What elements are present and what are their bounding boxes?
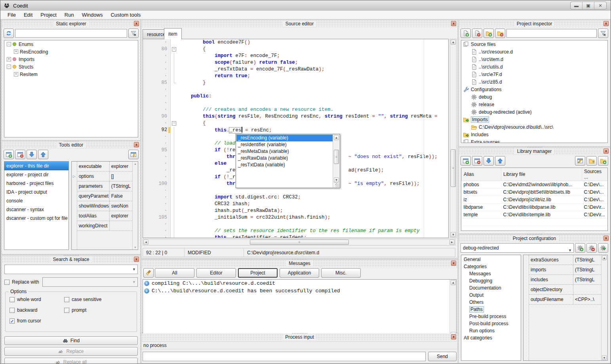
project-tree-item[interactable]: ..\src\item.d — [461, 55, 607, 63]
project-tree-item[interactable]: ..\src\e7F.d — [461, 71, 607, 78]
filter-editor[interactable]: Editor — [196, 268, 236, 278]
fold-gutter[interactable]: − — [171, 46, 177, 53]
property-row[interactable]: objectDirectory — [529, 285, 601, 295]
library-row[interactable]: phobosC:\Dev\dmd2\windows\lib\phob...C:\… — [462, 181, 608, 189]
lib-from-project-button[interactable]: ? — [586, 156, 597, 166]
maximize-button[interactable]: ▣ — [582, 2, 594, 9]
property-row[interactable]: includes(TStringL — [529, 275, 601, 285]
close-panel-button[interactable]: x — [134, 21, 139, 26]
filter-clear-button[interactable] — [128, 29, 139, 38]
close-panel-button[interactable]: x — [603, 21, 609, 26]
scroll-down-icon[interactable]: ▼ — [602, 355, 607, 360]
fold-gutter[interactable] — [171, 93, 177, 100]
close-panel-button[interactable]: x — [134, 142, 139, 147]
filter-all[interactable]: All — [155, 268, 194, 278]
tools-list-item[interactable]: harbored - project files — [4, 179, 69, 188]
splitter-handle[interactable] — [459, 233, 610, 235]
close-panel-button[interactable]: x — [451, 261, 456, 266]
category-tree[interactable]: GeneralCategoriesMessagesDebuggingDocume… — [461, 255, 521, 361]
completion-scrollbar[interactable]: ▲▼≡ — [333, 135, 339, 187]
lib-from-folder-button[interactable] — [598, 156, 608, 166]
messages-scrollbar[interactable]: ▲▼ — [449, 280, 456, 337]
category-item[interactable]: Debugging — [461, 277, 521, 284]
fold-gutter[interactable] — [171, 214, 177, 221]
fold-gutter[interactable] — [171, 39, 177, 46]
menu-item-project[interactable]: Project — [36, 11, 60, 19]
tools-list-item[interactable]: dscanner - syntax — [4, 205, 69, 214]
grid-scrollbar[interactable]: ▲▼ — [601, 255, 607, 360]
category-item[interactable]: General — [461, 256, 521, 263]
category-item[interactable]: Run options — [461, 327, 521, 334]
project-tree-item[interactable]: debug-redirected (active) — [461, 108, 607, 116]
menu-item-file[interactable]: File — [4, 11, 20, 19]
expand-icon[interactable]: + — [14, 72, 18, 76]
scroll-thumb[interactable]: ≡ — [250, 240, 349, 245]
library-row[interactable]: bitsetsC:\Dev\dproj\bitSet\lib\bitsets.l… — [462, 189, 608, 196]
fold-gutter[interactable] — [171, 221, 177, 228]
project-tree[interactable]: Source files..\src\resource.d..\src\item… — [461, 40, 608, 143]
fold-gutter[interactable] — [171, 194, 177, 201]
column-header[interactable]: Library file — [501, 168, 582, 181]
file-remove-button[interactable] — [472, 29, 482, 38]
option-from-cursor[interactable]: ✓from cursor — [10, 318, 41, 324]
replace-with-combo[interactable]: ▼ — [42, 277, 138, 287]
splitter-handle[interactable] — [142, 332, 457, 334]
scroll-up-icon[interactable]: ▲ — [451, 280, 456, 285]
column-header[interactable]: Alias — [462, 168, 501, 181]
editor-hscrollbar[interactable]: ◄►≡ — [143, 239, 455, 246]
category-item[interactable]: Others — [461, 299, 521, 306]
grid-scrollbar[interactable]: ▲▼ — [132, 162, 138, 250]
category-item[interactable]: Categories — [461, 263, 521, 270]
menu-item-windows[interactable]: Windows — [78, 11, 107, 19]
category-item[interactable]: Output — [461, 292, 521, 299]
property-row[interactable]: toolAliasexplorer — [77, 211, 132, 221]
collapse-icon[interactable]: - — [7, 42, 11, 46]
fold-gutter[interactable]: − — [171, 120, 177, 127]
filter-misc[interactable]: Misc. — [321, 268, 361, 278]
completion-item[interactable]: _resRawData (variable) — [236, 155, 333, 162]
property-row[interactable]: showWindowsswoNon — [77, 201, 132, 211]
splitter-handle[interactable] — [2, 140, 140, 142]
symbol-filter-input[interactable] — [15, 29, 127, 38]
fold-gutter[interactable] — [171, 113, 177, 120]
minimize-button[interactable]: ▬ — [571, 2, 582, 9]
close-panel-button[interactable]: x — [134, 257, 139, 262]
project-tree-item[interactable]: Extra sources — [461, 138, 607, 143]
process-input-field[interactable] — [143, 352, 426, 361]
close-panel-button[interactable]: x — [451, 334, 456, 339]
tab-item[interactable]: item — [164, 28, 182, 39]
fold-gutter[interactable] — [171, 86, 177, 93]
config-add-button[interactable] — [575, 243, 585, 253]
run-tool-button[interactable] — [128, 150, 139, 159]
option-whole-word[interactable]: whole word — [10, 297, 41, 302]
folder-remove-button[interactable] — [495, 29, 505, 38]
scroll-down-icon[interactable]: ▼ — [451, 232, 456, 237]
project-tree-item[interactable]: ..\src\z85.d — [461, 78, 607, 86]
fold-gutter[interactable] — [171, 201, 177, 208]
tools-list-item[interactable]: IDA - project output — [4, 188, 69, 196]
category-item[interactable]: Messages — [461, 270, 521, 277]
refresh-button[interactable] — [4, 29, 14, 38]
category-item[interactable]: Paths — [461, 306, 521, 313]
send-button[interactable]: Send — [428, 352, 457, 361]
category-item[interactable]: Pre-build process — [461, 313, 521, 320]
property-row[interactable]: imports(TStringL — [529, 265, 601, 275]
replace-with-checkbox[interactable] — [4, 280, 10, 285]
fold-gutter[interactable] — [171, 80, 177, 86]
project-tree-item[interactable]: ..\src\utils.d — [461, 63, 607, 71]
project-tree-item[interactable]: Source files — [461, 40, 607, 48]
property-row[interactable]: options[] — [77, 172, 132, 181]
lib-add-button[interactable] — [461, 156, 471, 166]
menu-item-edit[interactable]: Edit — [20, 11, 36, 19]
fold-gutter[interactable] — [171, 187, 177, 194]
fold-collapse-icon[interactable]: − — [172, 121, 176, 126]
fold-gutter[interactable] — [171, 100, 177, 107]
from-cursor-checkbox[interactable]: ✓ — [10, 318, 15, 324]
scroll-thumb[interactable]: ≡ — [451, 149, 456, 187]
fold-gutter[interactable] — [171, 160, 177, 167]
fold-gutter[interactable] — [171, 73, 177, 80]
column-header[interactable]: Sources ... — [582, 168, 608, 181]
menu-item-run[interactable]: Run — [61, 11, 78, 19]
fold-gutter[interactable] — [171, 174, 177, 181]
tool-add-button[interactable] — [4, 150, 14, 159]
